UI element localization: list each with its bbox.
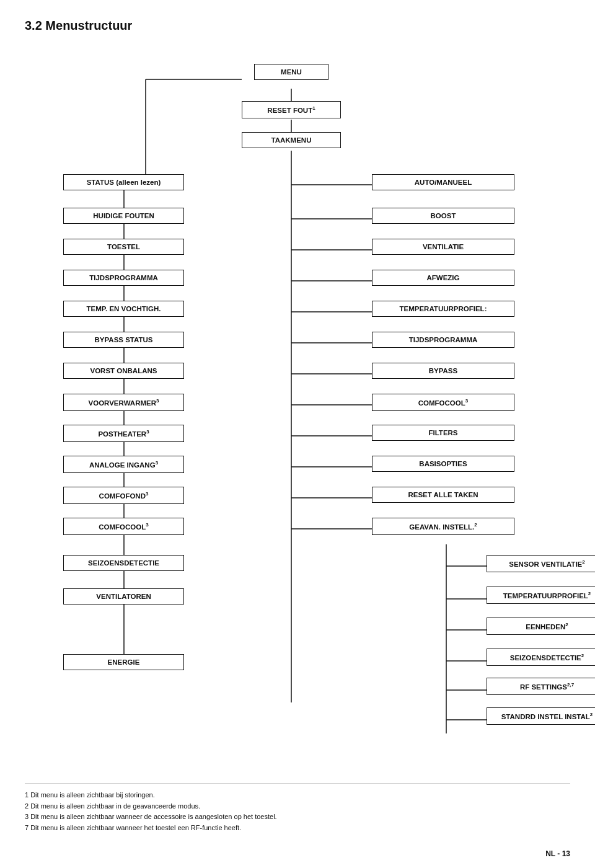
eenheden-box: EENHEDEN2 [487,618,595,635]
seizoensdetectie-box: SEIZOENSDETECTIE [63,555,184,571]
energie-box: ENERGIE [63,654,184,670]
filters-box: FILTERS [372,425,514,441]
afwezig-box: AFWEZIG [372,270,514,286]
temperatuurprofiel-box: TEMPERATUURPROFIEL: [372,301,514,317]
geavan-instell-box: GEAVAN. INSTELL.2 [372,518,514,535]
temperatuurprofiel2-box: TEMPERATUURPROFIEL2 [487,587,595,604]
page-number: NL - 13 [545,849,570,858]
auto-manueel-box: AUTO/MANUEEL [372,174,514,190]
sensor-ventilatie-box: SENSOR VENTILATIE2 [487,555,595,572]
page-title: 3.2 Menustructuur [25,19,570,33]
boost-box: BOOST [372,208,514,224]
status-box: STATUS (alleen lezen) [63,174,184,190]
bypass-status-box: BYPASS STATUS [63,332,184,348]
footnotes-section: 1 Dit menu is alleen zichtbaar bij stori… [25,783,570,833]
tijdsprogramma-box: TIJDSPROGRAMMA [63,270,184,286]
standrd-instel-box: STANDRD INSTEL INSTAL2 [487,707,595,725]
toestel-box: TOESTEL [63,239,184,255]
ventilatie-box: VENTILATIE [372,239,514,255]
taakmenu-box: TAAKMENU [242,132,341,148]
vorst-onbalans-box: VORST ONBALANS [63,363,184,379]
huidige-fouten-box: HUIDIGE FOUTEN [63,208,184,224]
footnote-1: 1 Dit menu is alleen zichtbaar bij stori… [25,790,570,801]
comfofond-box: COMFOFOND3 [63,487,184,504]
basisopties-box: BASISOPTIES [372,456,514,472]
footnote-7: 7 Dit menu is alleen zichtbaar wanneer h… [25,823,570,834]
reset-alle-taken-box: RESET ALLE TAKEN [372,487,514,503]
reset-fout-box: RESET FOUT1 [242,101,341,118]
bypass-box: BYPASS [372,363,514,379]
voorverwarmer-box: VOORVERWARMER3 [63,394,184,411]
footnote-2: 2 Dit menu is alleen zichtbaar in de gea… [25,801,570,812]
tijdsprogramma2-box: TIJDSPROGRAMMA [372,332,514,348]
comfocool-right1-box: COMFOCOOL3 [372,394,514,411]
rf-settings-box: RF SETTINGS2,7 [487,678,595,695]
ventilatoren-box: VENTILATOREN [63,588,184,604]
comfocool-left-box: COMFOCOOL3 [63,518,184,535]
footnote-3: 3 Dit menu is alleen zichtbaar wanneer d… [25,812,570,823]
analoge-ingang-box: ANALOGE INGANG3 [63,456,184,473]
postheater-box: POSTHEATER3 [63,425,184,442]
seizoensdetectie2-box: SEIZOENSDETECTIE2 [487,649,595,666]
temp-vochtigh-box: TEMP. EN VOCHTIGH. [63,301,184,317]
menu-box: MENU [254,64,328,80]
